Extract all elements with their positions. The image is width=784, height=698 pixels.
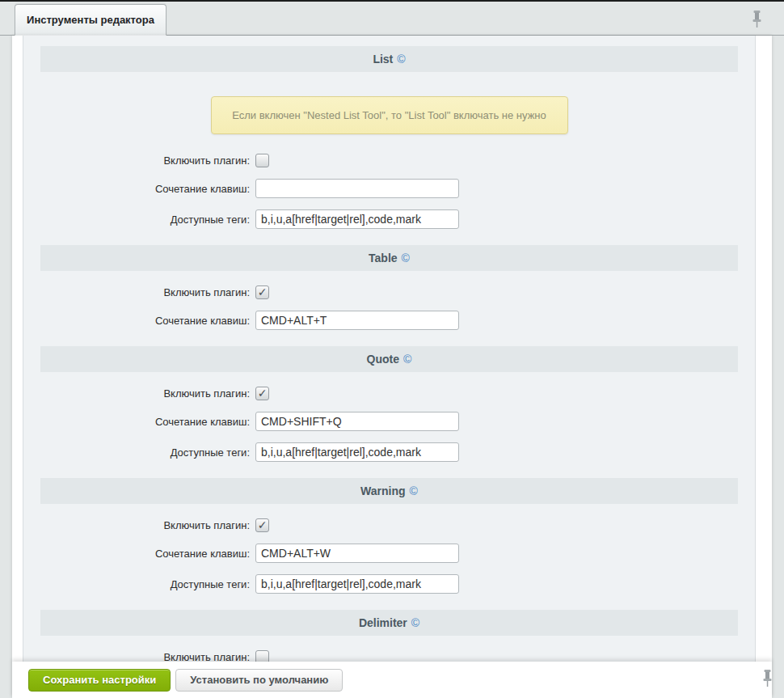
shortcut-label: Сочетание клавиш: xyxy=(23,548,255,560)
tags-input[interactable] xyxy=(255,574,459,594)
enable-plugin-row: Включить плагин: xyxy=(23,386,755,400)
section-header-quote: Quote © xyxy=(40,346,738,372)
shortcut-label: Сочетание клавиш: xyxy=(23,183,255,195)
enable-plugin-label: Включить плагин: xyxy=(23,286,255,298)
section-list: List © Если включен "Nested List Tool", … xyxy=(23,46,755,229)
footer-bar: Сохранить настройки Установить по умолча… xyxy=(12,662,772,698)
tags-input[interactable] xyxy=(255,442,459,462)
section-header-delimiter: Delimiter © xyxy=(40,610,738,636)
section-title: Delimiter xyxy=(359,616,407,629)
tags-row: Доступные теги: xyxy=(23,574,755,594)
help-icon[interactable]: © xyxy=(397,53,405,65)
section-warning: Warning © Включить плагин: Сочетание кла… xyxy=(23,478,755,594)
tab-editor-tools[interactable]: Инструменты редактора xyxy=(15,4,166,36)
section-header-list: List © xyxy=(40,46,738,72)
enable-plugin-label: Включить плагин: xyxy=(23,651,255,662)
section-quote: Quote © Включить плагин: Сочетание клави… xyxy=(23,346,755,462)
section-rows: Включить плагин: Сочетание клавиш: Досту… xyxy=(23,153,755,229)
help-icon[interactable]: © xyxy=(410,485,418,497)
shortcut-row: Сочетание клавиш: xyxy=(23,311,755,330)
shortcut-input[interactable] xyxy=(255,544,459,563)
enable-plugin-row: Включить плагин: xyxy=(23,285,755,299)
tags-label: Доступные теги: xyxy=(23,578,255,590)
enable-plugin-row: Включить плагин: xyxy=(23,649,755,662)
section-rows: Включить плагин: xyxy=(23,636,755,662)
nested-list-notice: Если включен "Nested List Tool", то "Lis… xyxy=(211,96,568,134)
enable-plugin-row: Включить плагин: xyxy=(23,518,755,532)
section-delimiter: Delimiter © Включить плагин: xyxy=(23,610,755,662)
enable-plugin-row: Включить плагин: xyxy=(23,153,755,167)
enable-plugin-label: Включить плагин: xyxy=(23,387,255,400)
settings-panel: List © Если включен "Nested List Tool", … xyxy=(12,36,772,698)
section-rows: Включить плагин: Сочетание клавиш: xyxy=(23,271,755,330)
shortcut-input[interactable] xyxy=(255,179,459,198)
tab-editor-tools-label: Инструменты редактора xyxy=(27,14,154,26)
shortcut-input[interactable] xyxy=(255,311,459,330)
enable-plugin-label: Включить плагин: xyxy=(23,519,255,531)
tags-label: Доступные теги: xyxy=(23,446,255,459)
help-icon[interactable]: © xyxy=(403,353,411,365)
tags-row: Доступные теги: xyxy=(23,442,755,462)
help-icon[interactable]: © xyxy=(411,617,419,628)
section-rows: Включить плагин: Сочетание клавиш: Досту… xyxy=(23,372,755,462)
section-title: Quote xyxy=(367,353,399,366)
shortcut-label: Сочетание клавиш: xyxy=(23,416,255,428)
settings-scroll-area[interactable]: List © Если включен "Nested List Tool", … xyxy=(23,36,756,662)
enable-plugin-checkbox[interactable] xyxy=(255,650,269,662)
section-title: List xyxy=(373,53,393,66)
tab-strip: Инструменты редактора xyxy=(0,2,784,36)
shortcut-label: Сочетание клавиш: xyxy=(23,315,255,327)
tags-label: Доступные теги: xyxy=(23,214,255,226)
section-header-table: Table © xyxy=(40,245,738,271)
shortcut-row: Сочетание клавиш: xyxy=(23,544,755,563)
shortcut-row: Сочетание клавиш: xyxy=(23,412,755,431)
save-settings-button[interactable]: Сохранить настройки xyxy=(28,669,171,692)
enable-plugin-checkbox[interactable] xyxy=(255,518,269,532)
enable-plugin-label: Включить плагин: xyxy=(23,154,255,167)
pin-icon[interactable] xyxy=(751,10,763,29)
section-table: Table © Включить плагин: Сочетание клави… xyxy=(23,245,755,330)
tags-row: Доступные теги: xyxy=(23,209,755,229)
section-header-warning: Warning © xyxy=(40,478,738,504)
help-icon[interactable]: © xyxy=(402,252,410,264)
pin-icon[interactable] xyxy=(761,669,773,688)
enable-plugin-checkbox[interactable] xyxy=(255,286,269,299)
section-title: Table xyxy=(369,252,398,264)
section-rows: Включить плагин: Сочетание клавиш: Досту… xyxy=(23,504,755,594)
shortcut-input[interactable] xyxy=(255,412,459,431)
shortcut-row: Сочетание клавиш: xyxy=(23,179,755,198)
tags-input[interactable] xyxy=(255,209,459,229)
section-title: Warning xyxy=(360,484,405,497)
set-defaults-button[interactable]: Установить по умолчанию xyxy=(175,669,343,692)
enable-plugin-checkbox[interactable] xyxy=(255,387,269,400)
enable-plugin-checkbox[interactable] xyxy=(255,154,269,167)
